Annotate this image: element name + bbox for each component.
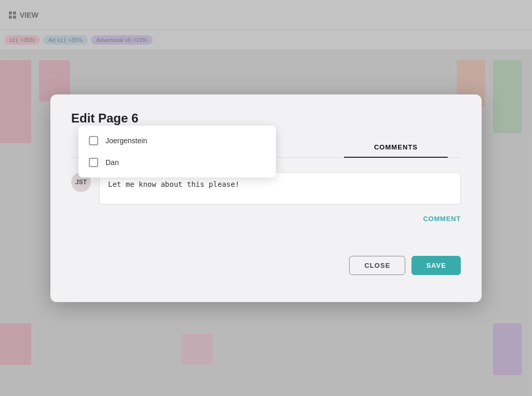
comment-btn-row: COMMENT	[71, 213, 461, 225]
mention-item-dan[interactable]: Dan	[78, 152, 276, 173]
mention-checkbox-joergenstein[interactable]	[89, 136, 98, 145]
modal-footer: CLOSE SAVE	[71, 256, 461, 275]
save-button[interactable]: SAVE	[411, 256, 461, 275]
mention-checkbox-dan[interactable]	[89, 158, 98, 167]
comment-button[interactable]: COMMENT	[423, 213, 461, 225]
mention-name-joergenstein: Joergenstein	[105, 136, 147, 145]
edit-page-modal: Edit Page 6 CONTENT TAGS COMMENTS JST Jo…	[50, 94, 482, 302]
mention-item-joergenstein[interactable]: Joergenstein	[78, 130, 276, 152]
close-button[interactable]: CLOSE	[349, 256, 405, 275]
modal-title: Edit Page 6	[71, 111, 461, 126]
mention-name-dan: Dan	[105, 158, 119, 167]
modal-overlay: Edit Page 6 CONTENT TAGS COMMENTS JST Jo…	[0, 0, 532, 396]
tab-comments[interactable]: COMMENTS	[331, 138, 461, 157]
mention-dropdown: Joergenstein Dan	[78, 126, 276, 177]
